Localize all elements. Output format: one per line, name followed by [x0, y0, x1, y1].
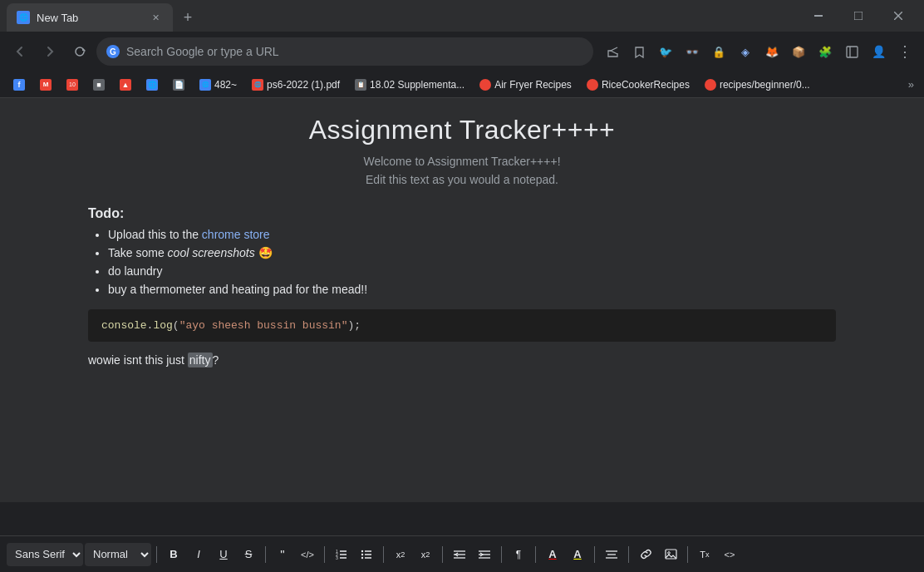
nav-bar: G Search Google or type a URL 🐦 👓 🔒 ◈ 🦊 …: [0, 32, 924, 72]
image-button[interactable]: [659, 543, 682, 566]
italic-button[interactable]: I: [187, 543, 210, 566]
sidebar-button[interactable]: [839, 39, 864, 64]
svg-point-13: [361, 553, 363, 555]
subscript-button[interactable]: x2: [389, 543, 412, 566]
address-bar[interactable]: G Search Google or type a URL: [96, 37, 593, 66]
bookmark-482[interactable]: 🌐 482~: [193, 76, 243, 94]
todo-item-3: do laundry: [108, 264, 836, 278]
code-block: console.log("ayo sheesh bussin bussin");: [88, 309, 836, 342]
bookmark-1802-label: 18.02 Supplementa...: [370, 79, 464, 91]
toolbar-divider-3: [324, 546, 325, 563]
box-ext-icon[interactable]: 📦: [786, 39, 811, 64]
toolbar-divider-7: [535, 546, 536, 563]
bookmark-ps6[interactable]: 🌐 ps6-2022 (1).pdf: [245, 76, 346, 94]
bookmark-ricecooker-label: RiceCookerRecipes: [602, 79, 690, 91]
facebook-bk-icon: f: [13, 79, 25, 91]
google-icon: G: [106, 45, 120, 58]
toolbar-divider-8: [594, 546, 595, 563]
profile-button[interactable]: 👤: [866, 39, 891, 64]
svg-point-28: [667, 552, 670, 555]
font-family-select[interactable]: Sans Serif: [7, 543, 83, 566]
code-string: "ayo sheesh bussin bussin": [179, 319, 348, 332]
font-color-button[interactable]: A: [541, 543, 564, 566]
todo-list: Upload this to the chrome store Take som…: [88, 228, 836, 296]
1802-bk-icon: 📋: [355, 79, 366, 91]
todo-item-1: Upload this to the chrome store: [108, 228, 836, 241]
twitter-ext-icon[interactable]: 🐦: [653, 39, 678, 64]
strikethrough-button[interactable]: S: [237, 543, 260, 566]
share-icon[interactable]: [600, 39, 625, 64]
tab-close-button[interactable]: ✕: [148, 10, 163, 25]
clear-format-button[interactable]: Tx: [693, 543, 716, 566]
active-tab[interactable]: 🌐 New Tab ✕: [7, 3, 173, 32]
ordered-list-button[interactable]: 123: [330, 543, 353, 566]
bookmark-doc[interactable]: 📄: [166, 76, 191, 94]
toolbar-divider-5: [442, 546, 443, 563]
highlight-button[interactable]: A: [566, 543, 589, 566]
underline-button[interactable]: U: [212, 543, 235, 566]
recipes-bk-icon: [705, 79, 716, 91]
dark1-bk-icon: ■: [93, 79, 105, 91]
482-bk-icon: 🌐: [199, 79, 211, 91]
unordered-list-button[interactable]: [355, 543, 378, 566]
globe1-bk-icon: 🌐: [146, 79, 158, 91]
bookmark-globe1[interactable]: 🌐: [140, 76, 165, 94]
font-size-select[interactable]: Normal: [85, 543, 151, 566]
back-button[interactable]: [7, 38, 33, 65]
bookmark-ricecooker[interactable]: RiceCookerRecipes: [580, 76, 696, 94]
bookmark-airfryer[interactable]: Air Fryer Recipes: [473, 76, 578, 94]
page-content: Assignment Tracker++++ Welcome to Assign…: [0, 98, 924, 502]
bookmark-recipes-label: recipes/beginner/0...: [720, 79, 810, 91]
bookmark-icon[interactable]: [627, 39, 651, 64]
close-button[interactable]: [879, 2, 917, 29]
bookmark-facebook[interactable]: f: [7, 76, 32, 94]
airfryer-bk-icon: [479, 79, 491, 91]
page-subtitle: Welcome to Assignment Tracker++++! Edit …: [363, 152, 560, 190]
toolbar-divider-9: [628, 546, 629, 563]
menu-button[interactable]: ⋮: [892, 39, 917, 64]
bookmark-482-label: 482~: [214, 79, 237, 91]
nifty-highlight: nifty: [188, 353, 213, 367]
bookmark-gmail[interactable]: M: [33, 76, 58, 94]
glasses-ext-icon[interactable]: 👓: [680, 39, 705, 64]
chrome-store-link[interactable]: chrome store: [202, 228, 270, 241]
fox-ext-icon[interactable]: 🦊: [759, 39, 784, 64]
new-tab-button[interactable]: +: [176, 6, 199, 29]
text-dir-button[interactable]: ¶: [507, 543, 530, 566]
bookmark-10[interactable]: 10: [60, 76, 85, 94]
minimize-button[interactable]: [799, 2, 838, 29]
bookmark-ps6-label: ps6-2022 (1).pdf: [267, 79, 340, 91]
superscript-button[interactable]: x2: [414, 543, 437, 566]
subtitle-line2: Edit this text as you would a notepad.: [363, 170, 560, 189]
code-function: log: [153, 319, 172, 332]
wowie-after: ?: [213, 353, 219, 367]
lock-ext-icon[interactable]: 🔒: [706, 39, 731, 64]
bookmark-dark1[interactable]: ■: [86, 76, 111, 94]
blockquote-button[interactable]: ": [271, 543, 294, 566]
forward-button[interactable]: [37, 38, 63, 65]
ricecooker-bk-icon: [587, 79, 598, 91]
reload-button[interactable]: [66, 38, 93, 65]
align-button[interactable]: [600, 543, 623, 566]
html-button[interactable]: <>: [718, 543, 741, 566]
code-button[interactable]: </>: [296, 543, 319, 566]
diamond-ext-icon[interactable]: ◈: [733, 39, 758, 64]
wowie-text: wowie isnt this just nifty?: [88, 353, 836, 367]
bk10-icon: 10: [66, 79, 78, 91]
gmail-bk-icon: M: [40, 79, 52, 91]
indent-increase-button[interactable]: [473, 543, 496, 566]
link-button[interactable]: [634, 543, 657, 566]
puzzle-ext-icon[interactable]: 🧩: [813, 39, 838, 64]
todo-item-4: buy a thermometer and heating pad for th…: [108, 283, 836, 296]
bookmark-arrow[interactable]: ▲: [113, 76, 138, 94]
restore-button[interactable]: [839, 2, 877, 29]
bookmark-1802[interactable]: 📋 18.02 Supplementa...: [348, 76, 471, 94]
bookmark-recipes-beginner[interactable]: recipes/beginner/0...: [698, 76, 817, 94]
bold-button[interactable]: B: [162, 543, 185, 566]
svg-text:3: 3: [336, 555, 338, 560]
indent-decrease-button[interactable]: [448, 543, 471, 566]
svg-point-14: [361, 556, 363, 558]
code-keyword: console: [101, 319, 147, 332]
tab-label: New Tab: [37, 12, 78, 24]
bookmarks-more-button[interactable]: »: [905, 75, 917, 94]
